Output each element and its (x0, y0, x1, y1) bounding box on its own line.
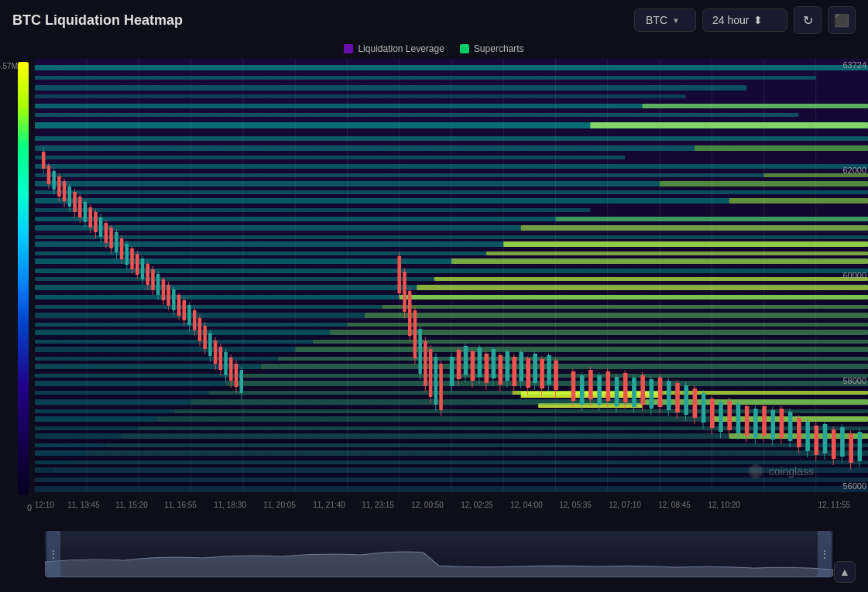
svg-rect-90 (35, 416, 156, 422)
header: BTC Liquidation Heatmap BTC ▼ 24 hour ⬍ … (0, 0, 868, 40)
price-label-56000: 56000 (842, 481, 866, 491)
svg-rect-83 (208, 391, 512, 395)
svg-rect-195 (398, 256, 401, 293)
time-selector[interactable]: 24 hour ⬍ (702, 9, 787, 32)
svg-rect-158 (146, 264, 149, 285)
x-label-0: 11, 12:10 (35, 501, 54, 509)
svg-rect-93 (35, 426, 139, 430)
x-label-5: 11, 20:05 (263, 501, 296, 509)
svg-rect-181 (219, 347, 222, 370)
svg-rect-202 (434, 357, 437, 405)
svg-rect-161 (162, 279, 165, 300)
svg-rect-273 (597, 375, 602, 405)
camera-icon: ⬛ (834, 13, 849, 28)
svg-rect-297 (805, 422, 810, 451)
x-label-8: 12, 00:50 (411, 501, 444, 509)
svg-rect-36 (35, 181, 660, 186)
svg-rect-296 (797, 418, 801, 447)
svg-rect-203 (439, 364, 442, 410)
svg-rect-128 (68, 186, 71, 207)
handle-right-icon: ⋮ (819, 549, 830, 559)
svg-rect-298 (815, 426, 819, 455)
svg-rect-277 (632, 378, 636, 407)
svg-rect-276 (623, 373, 628, 402)
svg-rect-220 (450, 357, 455, 386)
btc-chevron-icon: ▼ (672, 16, 680, 25)
coinglass-logo: coinglass (747, 463, 814, 480)
svg-rect-68 (35, 340, 313, 344)
svg-rect-46 (35, 235, 868, 239)
x-label-3: 11, 16:55 (164, 501, 197, 509)
coinglass-text: coinglass (769, 465, 814, 477)
svg-rect-275 (615, 377, 619, 406)
svg-rect-131 (84, 202, 87, 222)
svg-rect-39 (35, 198, 729, 204)
svg-rect-226 (492, 349, 496, 378)
svg-rect-231 (526, 358, 530, 388)
svg-rect-299 (823, 424, 828, 453)
time-chevron-icon: ⬍ (753, 14, 763, 26)
svg-point-306 (753, 468, 758, 474)
svg-rect-81 (226, 381, 868, 386)
svg-rect-77 (260, 364, 868, 369)
svg-rect-300 (832, 429, 836, 459)
svg-rect-59 (400, 295, 868, 299)
svg-rect-228 (505, 351, 509, 381)
svg-rect-69 (313, 340, 868, 344)
svg-rect-225 (485, 354, 489, 383)
svg-rect-85 (35, 399, 191, 405)
legend-supercharts: Supercharts (460, 43, 524, 54)
svg-rect-23 (35, 94, 686, 98)
svg-rect-100 (35, 450, 87, 456)
svg-rect-57 (417, 285, 868, 290)
minimap-handle-right[interactable]: ⋮ (818, 531, 832, 577)
svg-rect-224 (478, 347, 482, 377)
svg-rect-293 (770, 410, 775, 440)
svg-rect-54 (35, 277, 434, 281)
svg-rect-41 (35, 208, 590, 212)
svg-rect-60 (35, 305, 382, 309)
screenshot-button[interactable]: ⬛ (828, 6, 856, 34)
svg-rect-235 (554, 361, 558, 390)
liquidation-dot (344, 44, 353, 53)
refresh-icon: ↻ (803, 13, 813, 28)
svg-rect-290 (745, 406, 750, 436)
x-label-6: 11, 21:40 (313, 501, 345, 509)
color-scale (18, 62, 29, 495)
svg-rect-283 (684, 385, 688, 415)
svg-rect-38 (35, 190, 868, 194)
svg-rect-61 (382, 305, 868, 309)
svg-rect-101 (87, 450, 868, 456)
svg-rect-34 (35, 173, 764, 177)
svg-rect-164 (177, 295, 180, 316)
svg-rect-21 (35, 76, 816, 80)
svg-rect-137 (115, 232, 118, 252)
svg-rect-285 (702, 393, 706, 423)
handle-left-icon: ⋮ (48, 549, 59, 559)
svg-rect-200 (424, 341, 427, 386)
price-label-63724: 63724 (842, 60, 866, 70)
scroll-up-button[interactable]: ▲ (834, 561, 856, 583)
svg-rect-232 (533, 354, 537, 383)
svg-rect-33 (35, 164, 868, 169)
refresh-button[interactable]: ↻ (794, 6, 822, 34)
svg-rect-201 (429, 349, 432, 397)
liquidation-label: Liquidation Leverage (358, 43, 444, 54)
svg-rect-223 (471, 351, 475, 381)
btc-selector[interactable]: BTC ▼ (634, 9, 696, 32)
svg-rect-291 (753, 409, 758, 438)
heatmap-svg (35, 59, 868, 492)
supercharts-label: Supercharts (474, 43, 524, 54)
svg-rect-107 (35, 486, 868, 492)
x-label-12: 12, 07:10 (609, 501, 641, 509)
svg-rect-49 (35, 252, 486, 255)
minimap-handle-left[interactable]: ⋮ (46, 531, 60, 577)
svg-rect-222 (464, 346, 468, 375)
svg-rect-230 (519, 352, 523, 382)
svg-rect-32 (35, 156, 625, 159)
x-label-14: 12, 10:20 (708, 501, 740, 509)
svg-rect-156 (136, 254, 139, 275)
svg-rect-125 (52, 171, 55, 190)
svg-rect-197 (408, 291, 411, 336)
svg-rect-165 (183, 300, 186, 320)
